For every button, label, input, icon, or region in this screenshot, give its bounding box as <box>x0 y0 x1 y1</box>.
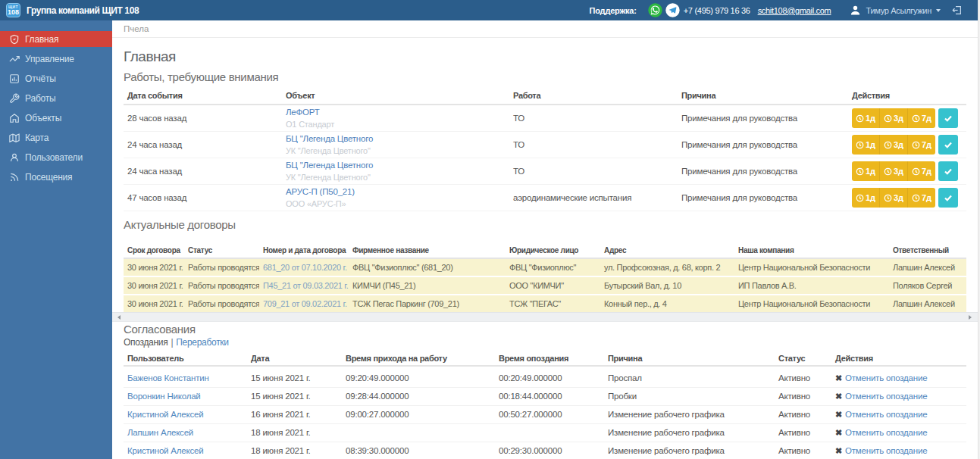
postpone-7d-button[interactable]: 7д <box>907 161 935 181</box>
user-link[interactable]: Воронкин Николай <box>127 392 201 401</box>
topbar-right: Поддержка: +7 (495) 979 16 36 schit108@g… <box>590 2 978 18</box>
support-phone: +7 (495) 979 16 36 <box>684 6 750 15</box>
company-name: Группа компаний ЩИТ 108 <box>27 5 139 16</box>
responsible: Поляков Сергей <box>889 276 966 295</box>
address: Конный пер., д. 4 <box>600 295 734 312</box>
late-reason: Изменение рабочего графика <box>604 442 775 459</box>
tab-opozdaniya[interactable]: Опоздания <box>124 337 168 348</box>
work-type: ТО <box>509 105 678 132</box>
trend-icon <box>9 54 20 64</box>
contract-status: Работы проводятся <box>184 258 259 276</box>
arrival-time: 09:20:49.000000 <box>342 366 495 388</box>
wrench-icon <box>9 93 20 104</box>
confirm-button[interactable] <box>938 188 958 208</box>
sidebar-item-karta[interactable]: Карта <box>0 130 112 145</box>
column-header: Время опоздания <box>495 351 604 366</box>
clock-icon <box>856 167 864 176</box>
sidebar-item-label: Посещения <box>25 172 72 183</box>
postpone-7d-button[interactable]: 7д <box>907 108 935 128</box>
clock-icon <box>856 141 864 149</box>
sidebar-item-label: Отчёты <box>25 73 56 84</box>
postpone-1d-button[interactable]: 1д <box>852 161 879 181</box>
table-row: Воронкин Николай 15 июня 2021 г. 09:28:4… <box>124 388 966 406</box>
support-email-link[interactable]: schit108@gmail.com <box>758 6 831 15</box>
user-name: Тимур Асылгужин <box>866 6 932 15</box>
postpone-3d-button[interactable]: 3д <box>879 108 907 128</box>
column-header: Статус <box>775 351 831 366</box>
firm-name: КИМЧИ (П45_21) <box>349 276 506 295</box>
sidebar-item-raboty[interactable]: Работы <box>0 90 112 106</box>
arrival-time: 09:00:27.000000 <box>342 406 495 424</box>
object-link[interactable]: БЦ "Легенда Цветного <box>286 160 506 171</box>
postpone-1d-button[interactable]: 1д <box>852 108 879 128</box>
object-link[interactable]: АРУС-П (П50_21) <box>286 186 506 198</box>
approvals-table: Пользователь Дата Время прихода на работ… <box>124 351 966 459</box>
postpone-3d-button[interactable]: 3д <box>879 188 907 208</box>
status: Активно <box>775 442 831 459</box>
table-row: Баженов Константин 15 июня 2021 г. 09:20… <box>124 366 966 388</box>
contract-term: 30 июня 2021 г. <box>124 258 184 276</box>
approvals-section-title: Согласования <box>124 323 966 336</box>
contract-link[interactable]: 681_20 от 07.10.2020 г. <box>263 263 347 272</box>
cancel-x-icon: ✖ <box>835 392 842 401</box>
cancel-late-link[interactable]: Отменить опоздание <box>845 373 927 382</box>
postpone-3d-button[interactable]: 3д <box>879 161 907 181</box>
clock-icon <box>884 141 892 149</box>
contract-link[interactable]: П45_21 от 09.03.2021 г. <box>263 281 348 290</box>
tab-pererabotki[interactable]: Переработки <box>176 337 228 348</box>
shield-icon <box>9 34 20 45</box>
cancel-late-link[interactable]: Отменить опоздание <box>845 410 927 419</box>
postpone-1d-button[interactable]: 1д <box>852 135 879 155</box>
postpone-3d-button[interactable]: 3д <box>879 135 907 155</box>
sidebar-item-poseshcheniya[interactable]: Посещения <box>0 169 112 185</box>
user-link[interactable]: Баженов Константин <box>127 373 209 382</box>
sidebar-item-obekty[interactable]: Объекты <box>0 110 112 126</box>
object-link[interactable]: БЦ "Легенда Цветного <box>286 133 506 145</box>
status: Активно <box>775 406 831 424</box>
cancel-late-link[interactable]: Отменить опоздание <box>845 392 927 401</box>
cancel-late-link[interactable]: Отменить опоздание <box>845 446 927 455</box>
arrival-time: 08:39:30.000000 <box>342 442 495 459</box>
status: Активно <box>775 424 831 442</box>
column-header: Действия <box>831 351 966 366</box>
contract-link[interactable]: 709_21 от 09.02.2021 г. <box>263 299 347 308</box>
scroll-left-arrow-icon[interactable] <box>114 313 124 321</box>
user-menu[interactable]: Тимур Асылгужин <box>850 5 941 16</box>
contract-term: 30 июня 2021 г. <box>124 276 184 295</box>
company-logo: ЩИТ 108 <box>6 3 20 17</box>
logo-text-bottom: 108 <box>8 9 19 16</box>
sidebar-item-upravlenie[interactable]: Управление <box>0 51 112 67</box>
sidebar-item-polzovateli[interactable]: Пользователи <box>0 149 112 165</box>
horizontal-scrollbar[interactable] <box>112 312 978 322</box>
sidebar-item-label: Пользователи <box>25 152 83 163</box>
user-link[interactable]: Кристиной Алексей <box>127 410 203 419</box>
sidebar-item-glavnaya[interactable]: Главная <box>0 31 112 47</box>
arrival-time <box>342 424 495 442</box>
cancel-late-link[interactable]: Отменить опоздание <box>845 428 927 437</box>
column-header: Время прихода на работу <box>342 351 495 366</box>
late-time: 00:29:30.000000 <box>495 442 604 459</box>
confirm-button[interactable] <box>938 161 958 181</box>
column-header: Работа <box>509 88 678 105</box>
confirm-button[interactable] <box>938 108 958 128</box>
column-header: Пользователь <box>124 351 247 366</box>
scroll-right-arrow-icon[interactable] <box>965 313 975 321</box>
sidebar-item-otchety[interactable]: Отчёты <box>0 70 112 86</box>
column-header: Срок договора <box>124 242 184 258</box>
user-link[interactable]: Лапшин Алексей <box>127 428 193 437</box>
contracts-table: Срок договора Статус Номер и дата догово… <box>124 242 966 312</box>
object-link[interactable]: ЛеФОРТ <box>286 107 506 118</box>
arrival-time: 09:28:44.000000 <box>342 388 495 406</box>
late-time: 00:20:49.000000 <box>495 366 604 388</box>
postpone-1d-button[interactable]: 1д <box>852 188 879 208</box>
user-link[interactable]: Кристиной Алексей <box>127 446 203 455</box>
telegram-icon[interactable] <box>665 2 681 18</box>
address: Бутырский Вал, д. 10 <box>600 276 734 295</box>
postpone-7d-button[interactable]: 7д <box>907 135 935 155</box>
column-header: Причина <box>678 88 848 105</box>
reason: Примечания для руководства <box>678 158 848 185</box>
confirm-button[interactable] <box>938 135 958 155</box>
postpone-7d-button[interactable]: 7д <box>907 188 935 208</box>
whatsapp-icon[interactable] <box>647 2 663 18</box>
logout-icon[interactable] <box>951 5 963 16</box>
